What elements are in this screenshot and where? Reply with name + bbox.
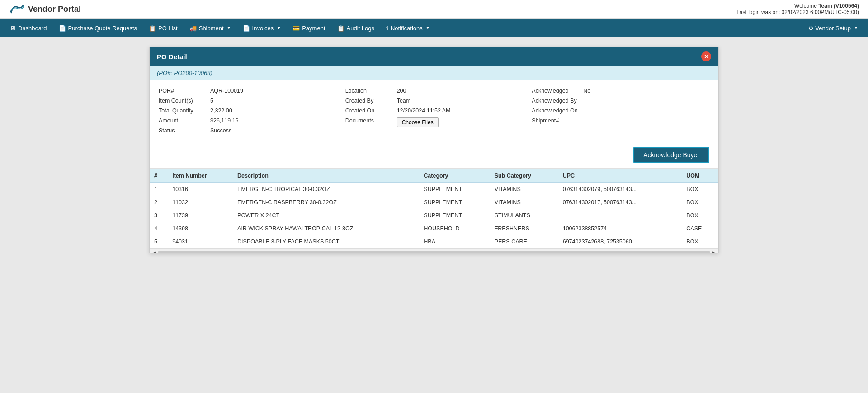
cell-row2-col5 [558,209,682,222]
documents-row: Documents Choose Files [345,117,523,127]
shipment-hash-label: Shipment# [532,117,581,124]
cell-row3-col6: CASE [682,222,718,235]
documents-label: Documents [345,117,395,124]
amount-label: Amount [159,117,208,124]
status-value: Success [210,127,231,134]
nav-item-payment[interactable]: 💳 Payment [287,20,330,36]
nav-label-shipment: Shipment [199,25,224,32]
close-button[interactable]: ✕ [701,51,711,61]
created-by-value: Team [397,98,411,104]
nav-item-shipment[interactable]: 🚚 Shipment ▼ [184,20,236,36]
payment-icon: 💳 [292,25,300,32]
cell-row3-col0: 4 [150,222,168,235]
cell-row2-col4: STIMULANTS [490,209,558,222]
nav-item-po-list[interactable]: 📋 PO List [143,20,183,36]
total-qty-label: Total Quantity [159,108,208,114]
po-number: (PO#: PO200-10068) [157,70,212,76]
shipment-caret: ▼ [227,26,231,30]
item-count-label: Item Count(s) [159,98,208,104]
scroll-right-arrow[interactable]: ▶ [712,250,716,253]
invoices-icon: 📄 [243,25,250,32]
nav-label-invoices: Invoices [252,25,274,32]
invoices-caret: ▼ [277,26,281,30]
col-upc: UPC [558,169,682,183]
nav-left: 🖥 Dashboard 📄 Purchase Quote Requests 📋 … [5,20,435,36]
nav-item-notifications[interactable]: ℹ Notifications ▼ [381,20,435,36]
cell-row4-col2: DISPOABLE 3-PLY FACE MASKS 50CT [233,235,419,248]
nav-label-dashboard: Dashboard [18,25,47,32]
vendor-setup-caret: ▼ [854,26,858,30]
cell-row2-col0: 3 [150,209,168,222]
info-group-left: PQR# AQR-100019 Item Count(s) 5 Total Qu… [159,88,336,134]
nav-item-dashboard[interactable]: 🖥 Dashboard [5,20,52,36]
notifications-caret: ▼ [426,26,430,30]
acknowledge-buyer-button[interactable]: Acknowledge Buyer [633,147,709,163]
cell-row0-col5: 076314302079, 500763143... [558,183,682,196]
created-by-label: Created By [345,98,395,104]
col-sub-category: Sub Category [490,169,558,183]
created-on-value: 12/20/2024 11:52 AM [397,108,451,114]
cell-row4-col5: 6974023742688, 72535060... [558,235,682,248]
last-login: Last login was on: 02/02/2023 6:00PM(UTC… [736,9,859,15]
acknowledged-by-label: Acknowledged By [532,98,581,104]
items-table: # Item Number Description Category Sub C… [150,169,718,248]
cell-row0-col0: 1 [150,183,168,196]
acknowledged-by-row: Acknowledged By [532,98,709,104]
item-count-row: Item Count(s) 5 [159,98,336,104]
logo-area: Vendor Portal [9,3,81,15]
cell-row0-col3: SUPPLEMENT [419,183,490,196]
total-qty-value: 2,322.00 [210,108,232,114]
nav-item-vendor-setup[interactable]: ⚙ Vendor Setup ▼ [803,20,863,36]
col-item-number: Item Number [168,169,233,183]
cell-row4-col4: PERS CARE [490,235,558,248]
cell-row4-col1: 94031 [168,235,233,248]
cell-row1-col1: 11032 [168,196,233,209]
cell-row1-col4: VITAMINS [490,196,558,209]
cell-row2-col6: BOX [682,209,718,222]
user-name: Team (V100564) [818,3,859,9]
total-qty-row: Total Quantity 2,322.00 [159,108,336,114]
po-number-bar: (PO#: PO200-10068) [150,66,718,80]
scroll-left-arrow[interactable]: ◀ [152,250,156,253]
nav-label-purchase-quote: Purchase Quote Requests [68,25,137,32]
po-detail-card: PO Detail ✕ (PO#: PO200-10068) PQR# AQR-… [149,47,719,253]
cell-row1-col6: BOX [682,196,718,209]
shipment-row: Shipment# [532,117,709,124]
col-num: # [150,169,168,183]
nav-item-purchase-quote-requests[interactable]: 📄 Purchase Quote Requests [53,20,142,36]
pqr-row: PQR# AQR-100019 [159,88,336,94]
nav-bar: 🖥 Dashboard 📄 Purchase Quote Requests 📋 … [0,19,868,37]
amount-value: $26,119.16 [210,117,239,124]
cell-row4-col0: 5 [150,235,168,248]
item-count-value: 5 [210,98,213,104]
cell-row4-col6: BOX [682,235,718,248]
amount-row: Amount $26,119.16 [159,117,336,124]
vendor-setup-label: ⚙ Vendor Setup [808,25,851,32]
cell-row0-col1: 10316 [168,183,233,196]
nav-item-invoices[interactable]: 📄 Invoices ▼ [237,20,287,36]
po-detail-title: PO Detail [157,53,187,61]
table-row: 594031DISPOABLE 3-PLY FACE MASKS 50CTHBA… [150,235,718,248]
cell-row0-col4: VITAMINS [490,183,558,196]
cell-row3-col2: AIR WICK SPRAY HAWAI TROPICAL 12-8OZ [233,222,419,235]
nav-right: ⚙ Vendor Setup ▼ [803,20,863,36]
pqr-label: PQR# [159,88,208,94]
notifications-icon: ℹ [386,25,388,32]
acknowledged-label: Acknowledged [532,88,581,94]
choose-files-button[interactable]: Choose Files [397,117,439,127]
location-row: Location 200 [345,88,523,94]
created-on-label: Created On [345,108,395,114]
logo-icon [9,3,25,15]
nav-label-audit-logs: Audit Logs [347,25,374,32]
horizontal-scrollbar[interactable]: ◀ ▶ [150,248,718,253]
table-row: 311739POWER X 24CTSUPPLEMENTSTIMULANTSBO… [150,209,718,222]
acknowledged-on-label: Acknowledged On [532,108,581,114]
items-table-container: # Item Number Description Category Sub C… [150,169,718,253]
cell-row3-col3: HOUSEHOLD [419,222,490,235]
table-row: 211032EMERGEN-C RASPBERRY 30-0.32OZSUPPL… [150,196,718,209]
nav-item-audit-logs[interactable]: 📋 Audit Logs [332,20,380,36]
welcome-text: Welcome [794,3,817,9]
nav-label-po-list: PO List [158,25,178,32]
po-detail-header: PO Detail ✕ [150,47,718,66]
table-header-row: # Item Number Description Category Sub C… [150,169,718,183]
